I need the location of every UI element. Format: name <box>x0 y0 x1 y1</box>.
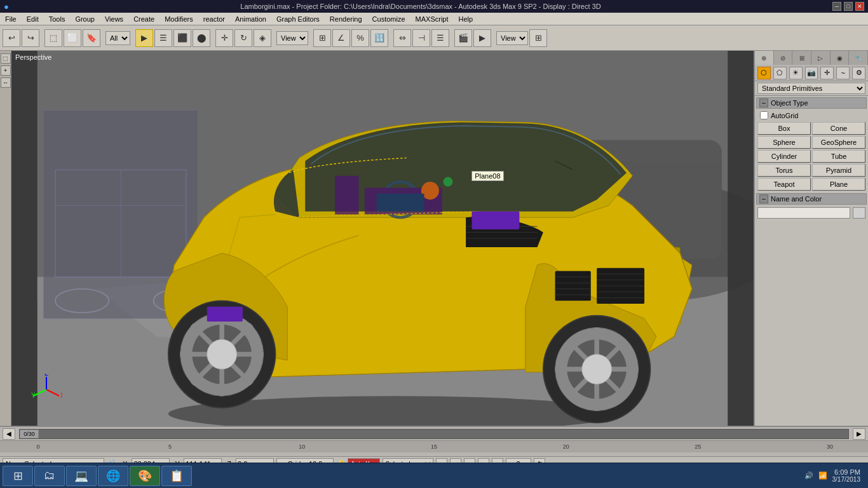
geosphere-button[interactable]: GeoSphere <box>812 136 865 149</box>
maximize-button[interactable]: □ <box>844 2 853 11</box>
cylinder-button[interactable]: Cylinder <box>757 150 811 163</box>
camera-icon[interactable]: 📷 <box>805 67 818 79</box>
select-object-button[interactable]: ⬚ <box>44 29 62 47</box>
menu-animation[interactable]: Animation <box>230 14 271 24</box>
window-controls: ─ □ ✕ <box>832 2 864 11</box>
ruler-25: 25 <box>665 444 731 450</box>
redo-button[interactable]: ↪ <box>22 29 39 47</box>
menu-group[interactable]: Group <box>70 14 100 24</box>
select-region-button[interactable]: ⬜ <box>64 29 81 47</box>
color-swatch[interactable] <box>853 207 865 219</box>
box-button[interactable]: Box <box>757 122 811 135</box>
scale-button[interactable]: ◈ <box>254 29 271 47</box>
view-select[interactable]: View <box>276 31 308 45</box>
select-by-name-button[interactable]: ☰ <box>154 29 172 47</box>
menu-reactor[interactable]: reactor <box>198 14 230 24</box>
spinner-snap-button[interactable]: 🔢 <box>370 29 388 47</box>
minimize-button[interactable]: ─ <box>832 2 841 11</box>
timeline-area: ◀ 0/30 ▶ 0 5 10 15 20 25 30 <box>0 426 868 456</box>
tab-hierarchy[interactable]: ⊞ <box>792 51 811 65</box>
move-button[interactable]: ✛ <box>215 29 233 47</box>
angle-snap-button[interactable]: ∠ <box>332 29 350 47</box>
timeline-controls: ◀ 0/30 ▶ <box>0 427 868 441</box>
menu-edit[interactable]: Edit <box>22 14 44 24</box>
axis-svg: X Y Z <box>31 374 62 405</box>
menu-tools[interactable]: Tools <box>44 14 71 24</box>
spacewarp-icon[interactable]: ~ <box>836 67 850 79</box>
toolbar: ↩ ↪ ⬚ ⬜ 🔖 All ▶ ☰ ⬛ ⬤ ✛ ↻ ◈ View ⊞ ∠ % 🔢… <box>0 25 868 51</box>
autogrid-checkbox[interactable] <box>760 111 768 119</box>
close-button[interactable]: ✕ <box>855 2 864 11</box>
menu-file[interactable]: File <box>0 14 22 24</box>
svg-line-56 <box>34 390 46 396</box>
ruler-10: 10 <box>269 444 335 450</box>
tab-display[interactable]: ◉ <box>831 51 850 65</box>
name-input[interactable] <box>757 207 850 219</box>
percent-snap-button[interactable]: % <box>351 29 369 47</box>
geometry-icon[interactable]: ⬡ <box>757 67 771 79</box>
tab-utilities[interactable]: 🔧 <box>849 51 868 65</box>
taskbar-app-1[interactable]: 🗂 <box>34 466 65 486</box>
viewport-config-button[interactable]: ⊞ <box>529 29 547 47</box>
align-button[interactable]: ⊣ <box>412 29 430 47</box>
system-icon[interactable]: ⚙ <box>852 67 865 79</box>
taskbar-app-5[interactable]: 📋 <box>161 466 192 486</box>
tab-motion[interactable]: ▷ <box>811 51 831 65</box>
timeline-ruler: 0 5 10 15 20 25 30 <box>0 441 868 452</box>
taskbar-app-2[interactable]: 💻 <box>66 466 97 486</box>
teapot-button[interactable]: Teapot <box>757 178 811 191</box>
viewport-scene <box>11 51 754 426</box>
render-button[interactable]: ▶ <box>473 29 491 47</box>
timeline-prev-btn[interactable]: ◀ <box>3 428 15 440</box>
tab-modify[interactable]: ⊘ <box>774 51 793 65</box>
taskbar-app-4[interactable]: 🎨 <box>130 466 160 486</box>
shape-icon[interactable]: ⬠ <box>773 67 787 79</box>
left-panel-btn-2[interactable]: + <box>1 65 11 76</box>
render-setup-button[interactable]: 🎬 <box>454 29 472 47</box>
plane-button[interactable]: Plane <box>812 178 865 191</box>
tube-button[interactable]: Tube <box>812 150 865 163</box>
select-region-rect-button[interactable]: ⬛ <box>173 29 191 47</box>
helper-icon[interactable]: ✛ <box>820 67 834 79</box>
undo-button[interactable]: ↩ <box>3 29 20 47</box>
svg-rect-43 <box>555 271 591 301</box>
left-panel-btn-1[interactable]: ⬚ <box>1 53 11 64</box>
svg-text:X: X <box>60 392 62 399</box>
select-region-circle-button[interactable]: ⬤ <box>193 29 210 47</box>
rotate-button[interactable]: ↻ <box>234 29 252 47</box>
taskbar-app-3[interactable]: 🌐 <box>98 466 128 486</box>
timeline-scrubber[interactable]: 0/30 <box>20 430 39 438</box>
menu-views[interactable]: Views <box>100 14 128 24</box>
layer-button[interactable]: ☰ <box>431 29 449 47</box>
sphere-button[interactable]: Sphere <box>757 136 811 149</box>
viewport-label: Perspective <box>15 53 51 61</box>
timeline-next-btn[interactable]: ▶ <box>853 428 865 440</box>
menu-create[interactable]: Create <box>128 14 159 24</box>
object-type-collapse[interactable]: − <box>759 98 768 107</box>
snap-toggle-button[interactable]: ⊞ <box>313 29 331 47</box>
left-panel-btn-3[interactable]: ↔ <box>1 78 11 88</box>
timeline-track[interactable]: 0/30 <box>19 429 849 439</box>
viewport-area[interactable]: Perspective <box>11 51 754 426</box>
filter-select[interactable]: All <box>105 31 130 45</box>
autogrid-row: AutoGrid <box>755 110 868 121</box>
light-icon[interactable]: ☀ <box>789 67 803 79</box>
clock-date: 3/17/2013 <box>832 476 861 483</box>
name-color-collapse[interactable]: − <box>759 194 768 203</box>
pyramid-button[interactable]: Pyramid <box>812 164 865 177</box>
tab-create[interactable]: ⊕ <box>755 51 774 65</box>
select-arrow-button[interactable]: ▶ <box>135 29 153 47</box>
menu-maxscript[interactable]: MAXScript <box>410 14 454 24</box>
menu-customize[interactable]: Customize <box>367 14 410 24</box>
start-button[interactable]: ⊞ <box>3 466 33 486</box>
primitives-dropdown[interactable]: Standard Primitives <box>757 83 865 94</box>
menu-modifiers[interactable]: Modifiers <box>159 14 198 24</box>
menu-help[interactable]: Help <box>454 14 478 24</box>
named-selection-button[interactable]: 🔖 <box>83 29 100 47</box>
view-right-select[interactable]: View <box>496 31 528 45</box>
menu-rendering[interactable]: Rendering <box>325 14 367 24</box>
mirror-button[interactable]: ⇔ <box>393 29 411 47</box>
menu-graph-editors[interactable]: Graph Editors <box>271 14 325 24</box>
torus-button[interactable]: Torus <box>757 164 811 177</box>
cone-button[interactable]: Cone <box>812 122 865 135</box>
